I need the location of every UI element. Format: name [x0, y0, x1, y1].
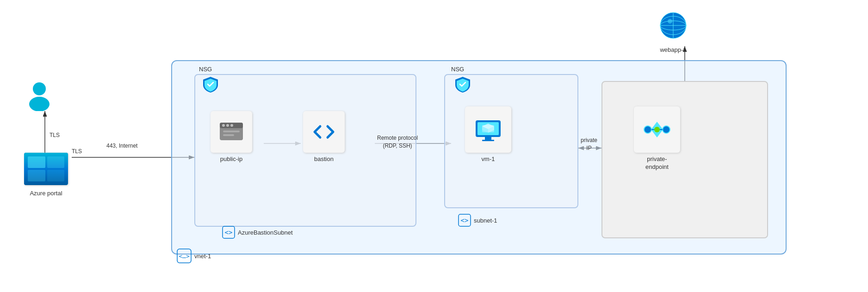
nsg-label-2: NSG — [451, 66, 464, 73]
bastion-subnet-label: <> AzureBastionSubnet — [222, 226, 293, 239]
tls-vertical-label: TLS — [50, 132, 60, 138]
svg-text:<>: <> — [461, 217, 469, 224]
svg-point-17 — [222, 124, 225, 127]
svg-rect-15 — [223, 130, 240, 132]
azure-portal-icon-box: Azure portal — [24, 153, 68, 197]
pe-outer-box — [601, 81, 768, 238]
vnet1-label: <…> vnet-1 — [177, 249, 211, 263]
svg-point-29 — [663, 126, 670, 133]
svg-point-12 — [29, 97, 50, 111]
vm1-icon-box: vm-1 — [465, 106, 511, 162]
subnet1-label: <> subnet-1 — [458, 214, 497, 227]
port-label: 443, Internet — [106, 143, 137, 149]
svg-point-31 — [654, 127, 660, 132]
private-ip-label: privateIP — [581, 137, 597, 152]
pe-icon-box: private-endpoint — [634, 106, 680, 171]
svg-rect-22 — [485, 137, 491, 140]
svg-text:<…>: <…> — [179, 253, 190, 260]
nsg-shield-2 — [453, 75, 472, 93]
svg-point-11 — [33, 82, 46, 95]
diagram: NSG NSG TLS — [0, 0, 868, 292]
public-ip-icon-box: public-ip — [211, 111, 252, 162]
webapp1-icon-box: webapp-1 — [657, 9, 689, 53]
remote-protocol-label: Remote protocol(RDP, SSH) — [377, 134, 418, 150]
svg-text:<>: <> — [225, 229, 233, 236]
svg-point-19 — [230, 124, 233, 127]
nsg-label-1: NSG — [199, 66, 212, 73]
user-icon-box — [23, 79, 56, 111]
svg-point-28 — [644, 126, 651, 133]
svg-rect-16 — [223, 134, 234, 136]
bastion-icon-box: bastion — [303, 111, 345, 162]
svg-rect-23 — [482, 140, 494, 141]
tls-horizontal-label: TLS — [72, 148, 82, 155]
svg-point-40 — [668, 19, 672, 24]
svg-point-18 — [226, 124, 229, 127]
nsg-shield-1 — [201, 75, 220, 93]
subnet1-box — [444, 74, 578, 208]
